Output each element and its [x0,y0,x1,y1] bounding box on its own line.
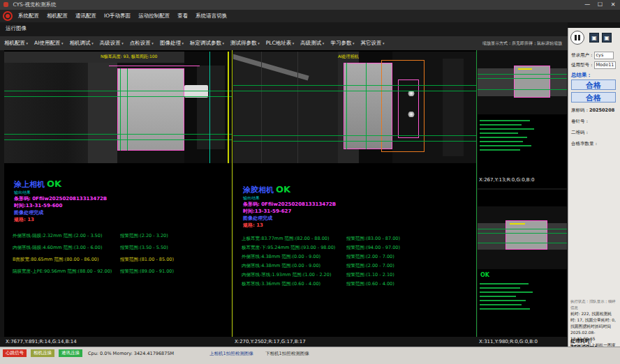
result-lines-small-top [478,117,567,151]
subheader: 运行图像 [0,22,568,36]
spec-text-middle: 规格: 13 [243,222,263,229]
coords-middle: X:270,Y:2502;R:17,G:17,B:17 [235,339,306,344]
result-ok-left: OK [47,179,61,189]
menu-motion-config[interactable]: 运动控制配置 [138,13,170,20]
model-row: 使用型号：Mode11 [571,61,616,69]
ai-camera-label: AI处理相机 [338,54,359,60]
batch-code-value: 20250208 [589,107,614,113]
coords-small-top: X:267,Y:13;R:0,G:0,B:0 [479,177,534,183]
result-ok-middle: OK [276,184,290,195]
batch-code-row: 原标码：20250208 [571,107,614,114]
camera-capture-1-button[interactable]: ▣ [589,33,599,43]
zoom-hint-text: 缩放显示方式：所见即所得；鼠标滚轮缩放 [482,41,565,46]
status-text-middle: 图像处理完成 [243,215,272,222]
camera-view-middle[interactable]: AI处理相机 涂胶相机OK 输出结果 条形码: 0Ffiiw2025020813… [233,50,476,337]
right-panel: ▣ ▣ 登录用户：cys 使用型号：Mode11 总结果： 合格 合格 原标码：… [568,28,620,364]
measurement-row: 外侧茎线:4.38mm 范围:(0.00 - 9.00)报警范围:(2.00 -… [242,254,475,263]
heartbeat-badge: 心跳信号 [3,349,27,357]
login-user-row: 登录用户：cys [571,52,614,59]
camera-connect-badge: 相机连接 [31,349,54,357]
pass-count-label: 合格率数量： [571,141,598,147]
measurement-list-left: 外侧茎线-隔膜:2.32mm 范围:(2.00 - 3.50)报警范围:(2.2… [13,233,230,280]
barcode-text-middle: 条形码: 0Ffiiw2025020813313472B [243,201,336,208]
small-view-column: X:267,Y:13;R:0,G:0,B:0 OK [478,50,567,337]
tab-height-label: N极耳高度: 93, 极耳间距:100 [101,54,157,60]
measurement-row: 内侧茎线-茎线:1.93mm 范围:(1.00 - 2.20)报警范围:(1.1… [242,272,475,281]
title-bar: CYS-视觉检测系统 — ☐ ✕ [0,0,620,10]
camera-capture-2-button[interactable]: ▣ [602,33,612,43]
camera-view-small-top[interactable]: X:267,Y:13;R:0,G:0,B:0 [478,50,567,188]
result-ok-small-bottom: OK [480,272,489,278]
stats-line: 找圆图据耗时抓码时间 [570,324,619,330]
tab-advanced-settings[interactable]: 高级设置 [100,40,124,47]
tab-spot-check[interactable]: 点检设置 [130,40,154,47]
camera-image-left[interactable]: N极耳高度: 93, 极耳间距:100 [4,52,232,163]
time-text-left: 时间:13-31-59-600 [14,202,62,209]
minimize-button[interactable]: — [582,0,593,10]
tab-calibration-params[interactable]: 标定调试参数 [190,40,224,47]
maximize-button[interactable]: ☐ [595,0,606,10]
tab-other-settings[interactable]: 其它设置 [361,40,385,47]
time-text-middle: 时间:13-31-59-627 [243,208,291,215]
measurement-row: 内侧茎线:4.38mm 范围:(0.00 - 9.00)报警范围:(2.00 -… [242,263,475,272]
capture-bottom-label[interactable]: 下相机1拍照检测图像 [265,351,309,357]
run-image-label: 运行图像 [6,25,27,32]
model-value[interactable]: Mode11 [594,61,617,69]
result-badge-2: 合格 [571,92,616,103]
menu-system-config[interactable]: 系统配置 [18,13,39,20]
measurement-row: 极耳茎线:3.36mm 范围:(0.60 - 4.00)报警范围:(0.60 -… [242,281,475,290]
cpu-memory-text: Cpu: 0.0% Memory: 3424.41796875M [88,351,174,356]
barcode-text-left: 条形码: 0Ffiiw2025020813313472B [14,195,107,202]
result-badge-1: 合格 [571,79,616,90]
status-bar: 心跳信号 相机连接 通讯连接 Cpu: 0.0% Memory: 3424.41… [0,347,620,364]
view-divider [476,50,477,337]
app-icon [3,2,8,7]
measurement-row: 外侧茎线-隔膜:2.32mm 范围:(2.00 - 3.50)报警范围:(2.2… [13,233,230,245]
login-user-value[interactable]: cys [594,52,614,59]
pause-button[interactable] [570,31,584,45]
model-label: 使用型号： [571,62,594,68]
menu-camera-config[interactable]: 相机配置 [47,13,68,20]
tab-advanced-test[interactable]: 高级测试 [300,40,324,47]
login-user-label: 登录用户： [571,52,594,58]
spec-text-left: 规格: 13 [14,216,34,223]
window-title: CYS-视觉检测系统 [13,1,56,8]
close-button[interactable]: ✕ [607,0,619,10]
stats-line: 耗时: 222, 找圆检测耗 [570,311,619,317]
tab-plc-address[interactable]: PLC地址表 [266,40,295,47]
tab-camera-config[interactable]: 相机配置 [4,40,28,47]
menu-io-manual[interactable]: IO手动界面 [104,13,131,20]
measurement-row: 内侧茎线-隔膜:4.60mm 范围:(3.00 - 6.00)报警范围:(3.5… [13,245,230,257]
tab-test-params[interactable]: 测试得参数 [230,40,260,47]
capture-top-label[interactable]: 上相机1拍照检测图像 [209,351,253,357]
camera-view-left[interactable]: N极耳高度: 93, 极耳间距:100 涂上相机OK 输出结果 条形码: 0Ff… [4,50,232,337]
result-lines-small-bottom [478,280,567,310]
measurement-list-middle: 上极耳宽:83.77mm 范围:(82.00 - 88.00)报警范围:(83.… [242,236,475,290]
coords-small-bottom: X:311,Y:980;R:0,G:0,B:0 [479,339,538,344]
menu-view[interactable]: 查看 [177,13,188,20]
roll-needle-label: 卷针号： [571,119,589,125]
camera-view-small-bottom[interactable]: OK [478,190,567,337]
batch-code-label: 原标码： [571,107,589,113]
app-window: CYS-视觉检测系统 — ☐ ✕ 系统配置 相机配置 通讯配置 IO手动界面 运… [0,0,620,364]
tab-learning-params[interactable]: 学习参数 [330,40,354,47]
tab-camera-debug[interactable]: 相机调试 [70,40,94,47]
tab-strip: 相机配置 AI使用配置 相机调试 高级设置 点检设置 图像处理 标定调试参数 测… [0,36,568,50]
comm-connect-badge: 通讯连接 [59,349,82,357]
status-text-left: 图像处理完成 [14,209,43,216]
camera-image-middle[interactable]: AI处理相机 [233,52,476,163]
tab-ai-config[interactable]: AI使用配置 [34,40,63,47]
app-logo [3,11,13,21]
stats-header: 执行状态：排队显示；细碎信息 [570,298,619,311]
tab-image-processing[interactable]: 图像处理 [160,40,184,47]
menu-comm-config[interactable]: 通讯配置 [75,13,96,20]
camera-image-small-bottom[interactable] [478,206,567,269]
view-divider [232,50,232,337]
coordinate-strip: X:7677,Y:891;R:14,G:14,B:14 X:270,Y:2502… [0,337,568,347]
result-title-left: 涂上相机OK [14,179,61,190]
measurement-row-warning: B面胶宽:80.65mm 范围:(80.00 - 86.00)报警范围:(81.… [13,257,230,268]
camera-image-small-top[interactable] [478,50,567,114]
menu-language-switch[interactable]: 系统语言切换 [195,13,227,20]
menu-bar: 系统配置 相机配置 通讯配置 IO手动界面 运动控制配置 查看 系统语言切换 [0,10,620,22]
result-title-middle: 涂胶相机OK [243,184,290,195]
